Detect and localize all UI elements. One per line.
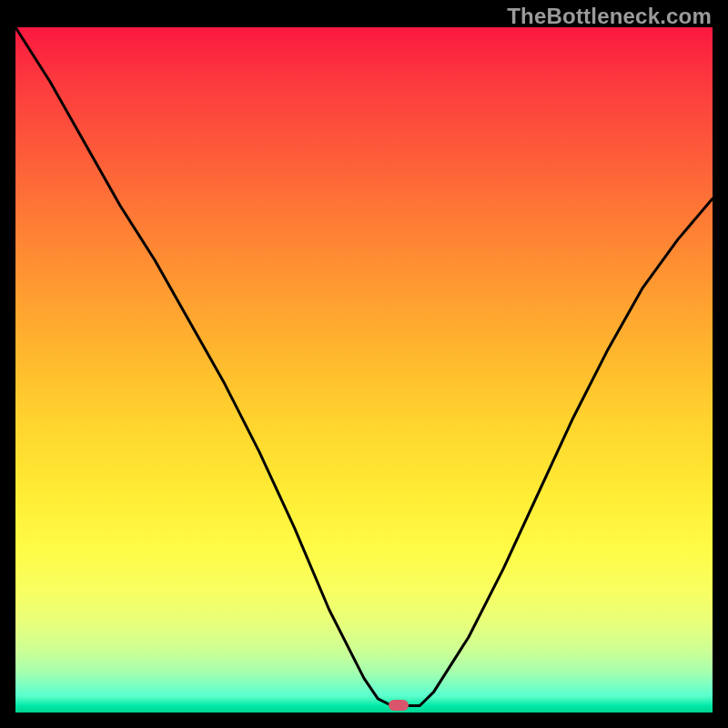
- watermark-text: TheBottleneck.com: [507, 4, 712, 29]
- optimal-point-marker: [389, 700, 409, 711]
- curve-svg: [15, 27, 713, 713]
- chart-frame: TheBottleneck.com: [0, 0, 728, 728]
- plot-area: [15, 27, 713, 713]
- bottleneck-curve: [15, 27, 713, 706]
